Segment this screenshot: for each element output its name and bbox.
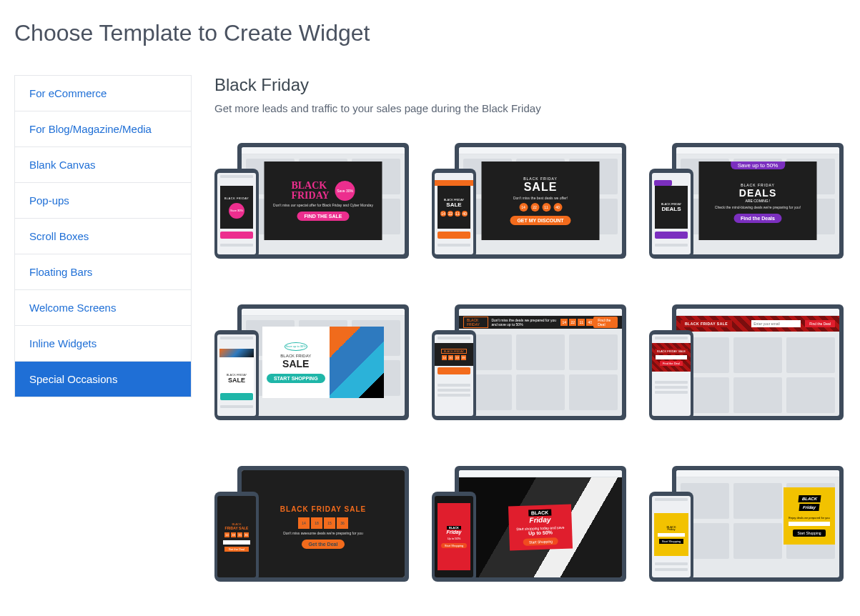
t7-phone-cta: Get the Deal [224,547,249,552]
t7-sub: Don't miss awesome deals we're preparing… [283,531,363,535]
template-card-1[interactable]: BLACK FRIDAY Save 30% Don't miss our spe… [214,143,409,259]
t5-count: 14221140 [560,319,593,326]
t1-black: BLACK [291,181,329,191]
sidebar-item-scrollboxes[interactable]: Scroll Boxes [15,219,191,254]
t5-phone-cta [438,367,470,374]
sidebar-item-welcome[interactable]: Welcome Screens [15,290,191,326]
t6-label: BLACK FRIDAY SALE [681,320,732,327]
template-card-7[interactable]: BLACK FRIDAY SALE 14 18 15 36 Don't miss… [214,466,409,582]
t7-cta: Get the Deal [302,540,345,549]
t4-cta: START SHOPPING [267,374,325,383]
sidebar-item-blank[interactable]: Blank Canvas [15,147,191,183]
t1-phone-header: BLACK FRIDAY [224,197,249,200]
sidebar-item-floatingbars[interactable]: Floating Bars [15,254,191,290]
t2-head: SALE [524,181,558,194]
sidebar-item-special[interactable]: Special Occasions [15,362,191,397]
sidebar-item-ecommerce[interactable]: For eCommerce [15,76,191,111]
t8-cta: Start Shopping [523,537,558,546]
t9-phone-tag2: Friday [667,527,675,531]
t8-tag2: Friday [516,515,565,525]
t1-sub: Don't miss our special offer for Black F… [273,203,373,207]
t4-badge: Save up to 30% [285,342,307,351]
template-card-8[interactable]: BLACK Friday Start shopping today and sa… [432,466,626,582]
sidebar-item-popups[interactable]: Pop-ups [15,183,191,219]
template-card-5[interactable]: BLACK FRIDAY Don't miss the deals we pre… [432,304,626,420]
t6-email-input [751,320,801,327]
t1-friday: FRIDAY [291,191,329,201]
template-card-3[interactable]: Save up to 50% BLACK FRIDAY DEALS ARE CO… [649,143,844,259]
t2-cta: GET MY DISCOUNT [510,216,570,225]
t5-cta: Find the Deal [593,317,618,328]
t7-head: BLACK FRIDAY SALE [280,505,366,513]
t9-line: Enjoy deals we prepared for you [789,516,829,520]
t4-phone-head: SALE [228,377,245,384]
t4-head: SALE [282,358,309,369]
template-grid: BLACK FRIDAY Save 30% Don't miss our spe… [214,143,846,582]
t9-cta: Start Shopping [793,530,825,537]
t1-phone-circle: Save 30% [229,203,244,219]
t5-text: Don't miss the deals we prepared for you… [491,318,560,327]
t9-tag1: BLACK [801,497,817,501]
t8-phone-cta: Start Shopping [441,543,467,548]
t3-sub1: ARE COMING ! [745,199,770,203]
content-title: Black Friday [214,75,846,95]
t3-phone-head: DEALS [661,206,681,212]
t1-save-badge: Save 30% [335,181,355,201]
t3-ribbon: Save up to 50% [731,162,785,169]
t2-phone-cta [438,232,470,239]
t7-count: 14 18 15 36 [298,517,348,529]
t2-count: 14 22 11 40 [519,203,562,212]
content-description: Get more leads and traffic to your sales… [214,102,846,114]
t6-cta: Find the Deal [805,320,835,327]
template-card-2[interactable]: BLACK FRIDAY SALE Don't miss the best de… [432,143,626,259]
t2-phone-head: SALE [446,202,461,208]
t9-tag2: Friday [803,505,816,510]
template-card-4[interactable]: Save up to 30% BLACK FRIDAY SALE START S… [214,304,409,420]
t9-phone-cta: Start Shopping [659,539,683,544]
t3-cta: Find the Deals [733,214,782,223]
t4-phone-cta [220,393,253,400]
sidebar-item-blog[interactable]: For Blog/Magazine/Media [15,111,191,147]
t8-phone-tag2: Friday [446,530,461,535]
template-card-9[interactable]: BLACK Friday Enjoy deals we prepared for… [649,466,844,582]
sidebar-item-inline[interactable]: Inline Widgets [15,326,191,362]
main-content: Black Friday Get more leads and traffic … [214,75,846,582]
sidebar: For eCommerce For Blog/Magazine/Media Bl… [14,75,192,397]
template-card-6[interactable]: BLACK FRIDAY SALE Find the Deal BLACK FR… [649,304,844,420]
t3-phone-cta [655,232,688,239]
t5-phone-badge: BLACK FRIDAY [441,349,468,354]
t6-phone-cta: Find the Deal [660,361,683,366]
t3-head: DEALS [739,187,776,199]
t1-phone-cta [220,232,253,239]
t6-phone-label: BLACK FRIDAY SALE [655,349,688,354]
layout: For eCommerce For Blog/Magazine/Media Bl… [14,75,846,582]
t2-sub: Don't miss the best deals we offer! [513,196,568,200]
t5-badge: BLACK FRIDAY [463,317,488,328]
t7-phone-head: FRIDAY SALE [225,526,249,530]
t8-phone-line: Up to 50% [448,537,461,540]
t3-sub2: Check the mind-blowing deals we're prepa… [715,205,801,209]
page-title: Choose Template to Create Widget [14,20,846,46]
t1-cta: FIND THE SALE [297,212,350,221]
